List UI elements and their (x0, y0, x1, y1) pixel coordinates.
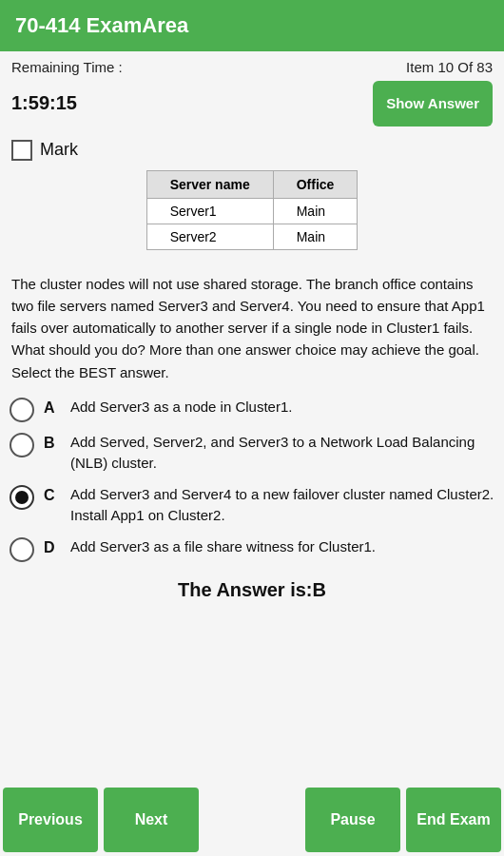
option-row-d[interactable]: DAdd Server3 as a file share witness for… (10, 536, 494, 562)
previous-button[interactable]: Previous (3, 788, 98, 852)
table-row: Server2Main (146, 224, 358, 249)
timer-display: 1:59:15 (11, 92, 77, 114)
question-text: The cluster nodes will not use shared st… (0, 263, 504, 397)
app-header: 70-414 ExamArea (0, 0, 504, 51)
option-row-c[interactable]: CAdd Server3 and Server4 to a new failov… (10, 484, 494, 527)
option-letter-d: D (44, 539, 61, 556)
mark-label: Mark (40, 140, 78, 160)
option-text-d: Add Server3 as a file share witness for … (70, 536, 376, 558)
table-cell: Server1 (146, 198, 273, 224)
remaining-label: Remaining Time : (11, 59, 123, 75)
mark-row: Mark (0, 136, 504, 170)
table-row: Server1Main (146, 198, 358, 224)
pause-button[interactable]: Pause (305, 788, 400, 852)
option-letter-a: A (44, 399, 61, 417)
mark-checkbox[interactable] (11, 140, 32, 161)
answer-reveal: The Answer is:B (0, 562, 504, 611)
next-button[interactable]: Next (104, 788, 199, 852)
radio-b[interactable] (10, 433, 34, 457)
item-label: Item 10 Of 83 (406, 59, 493, 75)
meta-bar: Remaining Time : Item 10 Of 83 (0, 51, 504, 79)
option-letter-b: B (44, 435, 61, 452)
option-row-a[interactable]: AAdd Server3 as a node in Cluster1. (10, 397, 494, 422)
app-title: 70-414 ExamArea (15, 13, 188, 37)
option-text-b: Add Served, Server2, and Server3 to a Ne… (70, 432, 494, 475)
table-header-server: Server name (146, 170, 273, 198)
table-body: Server1MainServer2Main (146, 198, 358, 249)
radio-d[interactable] (10, 537, 34, 562)
server-table: Server name Office Server1MainServer2Mai… (146, 170, 359, 250)
option-text-c: Add Server3 and Server4 to a new failove… (70, 484, 494, 527)
timer-row: 1:59:15 Show Answer (0, 79, 504, 136)
server-table-container: Server name Office Server1MainServer2Mai… (0, 170, 504, 250)
table-cell: Main (273, 198, 358, 224)
table-header-office: Office (273, 170, 358, 198)
end-exam-button[interactable]: End Exam (406, 788, 501, 852)
option-row-b[interactable]: BAdd Served, Server2, and Server3 to a N… (10, 432, 494, 475)
table-cell: Main (273, 224, 358, 249)
bottom-navigation: Previous Next Pause End Exam (0, 784, 504, 856)
show-answer-button[interactable]: Show Answer (373, 81, 493, 126)
radio-a[interactable] (10, 398, 34, 422)
spacer-area (204, 788, 300, 852)
table-cell: Server2 (146, 224, 273, 249)
option-letter-c: C (44, 487, 61, 504)
answer-options: AAdd Server3 as a node in Cluster1.BAdd … (0, 397, 504, 562)
radio-c[interactable] (10, 485, 34, 510)
option-text-a: Add Server3 as a node in Cluster1. (70, 397, 292, 418)
